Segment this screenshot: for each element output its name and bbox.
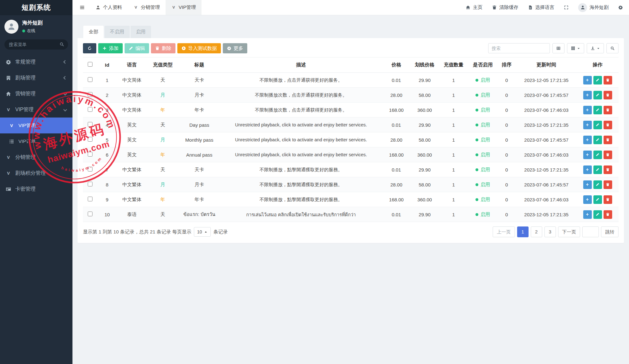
filter-tab[interactable]: 启用 [131,26,151,38]
columns-toggle-button[interactable] [552,43,564,53]
delete-button[interactable]: 删除 [151,43,175,53]
row-detail-button[interactable] [583,151,592,159]
row-detail-button[interactable] [583,91,592,99]
row-delete-button[interactable] [604,136,612,144]
row-delete-button[interactable] [604,165,612,174]
navbar-tab[interactable]: V 分销管理 [128,0,166,15]
row-delete-button[interactable] [604,76,612,84]
advanced-search-button[interactable] [606,43,619,53]
row-delete-button[interactable] [604,210,612,219]
page-size-select[interactable]: 10 [194,227,211,237]
row-delete-button[interactable] [604,195,612,204]
row-delete-button[interactable] [604,121,612,129]
col-header-id[interactable]: Id [97,57,117,73]
row-edit-button[interactable] [593,151,602,159]
row-checkbox[interactable] [88,77,92,82]
row-detail-button[interactable] [583,76,592,84]
page-button[interactable]: 2 [531,226,542,237]
select-all-checkbox[interactable] [88,62,92,67]
row-edit-button[interactable] [593,91,602,99]
row-edit-button[interactable] [593,136,602,144]
view-mode-button[interactable] [567,43,584,53]
refresh-button[interactable] [83,43,96,53]
jump-button[interactable]: 跳转 [601,226,619,237]
filter-tab[interactable]: 全部 [83,26,104,38]
row-delete-button[interactable] [604,91,612,99]
sidebar-menu-item[interactable]: V 剧场积分管理 [0,165,72,181]
row-checkbox[interactable] [88,107,92,112]
sidebar-submenu-item[interactable]: V VIP管理 [0,118,72,133]
sidebar-menu-item[interactable]: 常规管理 [0,54,72,70]
more-button[interactable]: 更多 [223,43,247,53]
language-link[interactable]: 选择语言 [523,0,559,15]
import-test-data-button[interactable]: 导入测试数据 [177,43,221,53]
home-link[interactable]: 主页 [461,0,487,15]
row-delete-button[interactable] [604,106,612,114]
row-detail-button[interactable] [583,210,592,219]
row-checkbox[interactable] [88,182,92,186]
table-row[interactable]: 2 中文简体 月 月卡 不限制播放次数，点击开通获得更好的服务。 28.00 5… [83,88,619,103]
menu-toggle-icon[interactable] [79,5,85,10]
table-row[interactable]: 1 中文简体 天 天卡 不限制播放，点击开通获得更好的服务。 0.01 29.9… [83,73,619,88]
row-detail-button[interactable] [583,121,592,129]
navbar-tab[interactable]: 个人资料 [90,0,128,15]
row-detail-button[interactable] [583,180,592,189]
table-row[interactable]: 8 中文繁体 月 月卡 不限制播放，點擊開通獲取更好的服務。 28.00 58.… [83,177,619,192]
sidebar-menu-item[interactable]: 卡密管理 [0,181,72,197]
row-checkbox[interactable] [88,152,92,157]
row-checkbox[interactable] [88,167,92,172]
row-edit-button[interactable] [593,106,602,114]
row-edit-button[interactable] [593,165,602,174]
table-row[interactable]: 3 中文简体 年 年卡 不限制播放次数，点击开通获得更好的服务。 168.00 … [83,103,619,118]
table-row[interactable]: 7 中文繁体 天 天卡 不限制播放，點擊開通獲取更好的服務。 0.01 29.9… [83,162,619,177]
col-header-sort[interactable]: 排序 [497,57,516,73]
filter-tab[interactable]: 不启用 [105,26,130,38]
sidebar-menu-item[interactable]: V 分销管理 [0,149,72,165]
row-delete-button[interactable] [604,180,612,189]
table-row[interactable]: 9 中文繁体 年 年卡 不限制播放，點擊開通獲取更好的服務。 168.00 36… [83,192,619,207]
col-header-quantity[interactable]: 充值数量 [439,57,468,73]
table-row[interactable]: 4 英文 天 Day pass Unrestricted playback, c… [83,118,619,132]
row-edit-button[interactable] [593,195,602,204]
menu-search-input[interactable] [4,39,68,50]
col-header-language[interactable]: 语言 [117,57,147,73]
row-detail-button[interactable] [583,165,592,174]
col-header-recharge-type[interactable]: 充值类型 [147,57,179,73]
table-row[interactable]: 5 英文 月 Monthly pass Unrestricted playbac… [83,132,619,147]
page-button[interactable]: 1 [517,226,529,237]
row-edit-button[interactable] [593,210,602,219]
sidebar-menu-item[interactable]: 营销管理 [0,86,72,102]
navbar-tab[interactable]: V VIP管理 [166,0,202,15]
fullscreen-button[interactable] [559,0,573,15]
settings-button[interactable] [613,0,628,15]
col-header-price[interactable]: 价格 [382,57,411,73]
row-checkbox[interactable] [88,122,92,127]
row-checkbox[interactable] [88,137,92,142]
prev-page-button[interactable]: 上一页 [493,226,515,237]
search-icon[interactable] [59,42,64,47]
row-detail-button[interactable] [583,136,592,144]
clear-cache-link[interactable]: 清除缓存 [487,0,523,15]
page-button[interactable]: 3 [544,226,556,237]
row-checkbox[interactable] [88,197,92,201]
row-checkbox[interactable] [88,92,92,97]
export-button[interactable] [587,43,604,53]
row-edit-button[interactable] [593,180,602,189]
col-header-title[interactable]: 标题 [179,57,220,73]
table-row[interactable]: 10 泰语 天 ข้อแรก: บัตรวัน การเล่นไว้เสมอ ค… [83,207,619,222]
jump-page-input[interactable] [582,226,599,237]
col-header-description[interactable]: 描述 [220,57,382,73]
sidebar-submenu-item[interactable]: VIP订单 [0,133,72,149]
col-header-enabled[interactable]: 是否启用 [468,57,497,73]
col-header-line-price[interactable]: 划线价格 [411,57,439,73]
row-edit-button[interactable] [593,76,602,84]
row-detail-button[interactable] [583,106,592,114]
row-edit-button[interactable] [593,121,602,129]
col-header-updated[interactable]: 更新时间 [516,57,577,73]
user-menu[interactable]: 海外短剧 [573,0,613,15]
row-delete-button[interactable] [604,151,612,159]
sidebar-menu-item[interactable]: V VIP管理 [0,102,72,118]
add-button[interactable]: 添加 [98,43,123,53]
next-page-button[interactable]: 下一页 [558,226,580,237]
edit-button[interactable]: 编辑 [125,43,149,53]
